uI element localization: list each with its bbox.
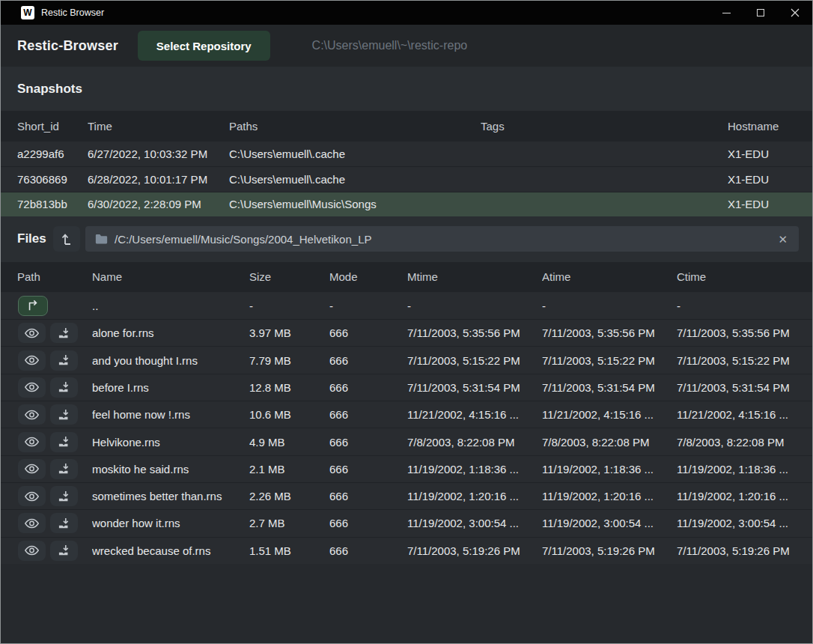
download-icon [58, 463, 70, 475]
close-button[interactable] [778, 1, 812, 25]
snapshot-hostname: X1-EDU [728, 198, 796, 210]
file-ctime: 11/19/2002, 3:00:54 ... [677, 517, 796, 529]
file-ctime: 7/8/2003, 8:22:08 PM [677, 436, 796, 449]
eye-icon [25, 491, 39, 502]
file-row: wonder how it.rns 2.7 MB 666 11/19/2002,… [1, 509, 812, 536]
file-size: 4.9 MB [249, 436, 329, 449]
app-title: Restic-Browser [17, 38, 118, 54]
column-time: Time [88, 120, 229, 133]
snapshot-time: 6/27/2022, 10:03:32 PM [88, 148, 229, 160]
snapshot-time: 6/28/2022, 10:01:17 PM [88, 173, 229, 186]
file-atime: 7/11/2003, 5:19:26 PM [542, 544, 677, 557]
file-mtime: 7/11/2003, 5:15:22 PM [407, 354, 542, 367]
minimize-button[interactable] [709, 1, 743, 25]
download-icon [58, 327, 70, 339]
preview-button[interactable] [18, 323, 46, 343]
eye-icon [25, 410, 39, 420]
download-button[interactable] [50, 377, 78, 398]
files-table-header: Path Name Size Mode Mtime Atime Ctime [1, 262, 812, 292]
snapshot-hostname: X1-EDU [728, 173, 796, 186]
preview-button[interactable] [18, 541, 46, 561]
current-path-bar[interactable]: /C:/Users/emuell/Music/Songs/2004_Helvet… [85, 226, 799, 252]
file-mode: 666 [329, 517, 407, 529]
file-ctime: 11/21/2002, 4:15:16 ... [677, 408, 796, 421]
eye-icon [25, 464, 39, 474]
download-button[interactable] [50, 541, 78, 561]
snapshot-row[interactable]: 76306869 6/28/2022, 10:01:17 PM C:\Users… [1, 166, 812, 191]
snapshot-row-selected[interactable]: 72b813bb 6/30/2022, 2:28:09 PM C:\Users\… [1, 192, 812, 216]
file-size: 3.97 MB [249, 326, 329, 339]
snapshot-hostname: X1-EDU [728, 148, 796, 160]
file-size: - [249, 300, 329, 312]
file-atime: 11/19/2002, 3:00:54 ... [542, 517, 677, 529]
file-size: 7.79 MB [249, 354, 329, 367]
file-row: wrecked because of.rns 1.51 MB 666 7/11/… [1, 537, 812, 564]
file-size: 12.8 MB [249, 381, 329, 394]
file-name: moskito he said.rns [92, 463, 249, 476]
maximize-button[interactable] [743, 1, 778, 25]
eye-icon [25, 355, 39, 365]
file-name: and you thought I.rns [92, 354, 249, 367]
column-ctime: Ctime [677, 270, 796, 283]
preview-button[interactable] [18, 432, 46, 452]
preview-button[interactable] [18, 350, 46, 371]
download-icon [58, 436, 70, 448]
go-parent-button[interactable] [18, 296, 48, 316]
snapshot-short-id: 76306869 [17, 173, 88, 186]
file-name: before I.rns [92, 381, 249, 394]
file-name: feel home now !.rns [92, 408, 249, 421]
preview-button[interactable] [18, 513, 46, 533]
download-button[interactable] [50, 486, 78, 506]
file-atime: 7/11/2003, 5:35:56 PM [542, 326, 677, 339]
file-mode: 666 [329, 408, 407, 421]
preview-button[interactable] [18, 404, 46, 425]
download-button[interactable] [50, 432, 78, 452]
eye-icon [25, 518, 39, 529]
column-mtime: Mtime [407, 270, 542, 283]
file-name: wonder how it.rns [92, 517, 249, 529]
titlebar[interactable]: W Restic Browser [1, 1, 812, 25]
download-icon [58, 544, 70, 556]
window-controls [709, 1, 812, 25]
column-hostname: Hostname [728, 120, 796, 133]
file-size: 10.6 MB [249, 408, 329, 421]
file-mode: 666 [329, 544, 407, 557]
select-repository-button[interactable]: Select Repository [138, 31, 270, 61]
file-mode: 666 [329, 381, 407, 394]
download-button[interactable] [50, 323, 78, 343]
preview-button[interactable] [18, 459, 46, 479]
snapshots-section-title-band: Snapshots [1, 67, 812, 111]
snapshots-table: a2299af6 6/27/2022, 10:03:32 PM C:\Users… [1, 142, 812, 216]
file-atime: 11/19/2002, 1:20:16 ... [542, 490, 677, 502]
file-name: wrecked because of.rns [92, 544, 249, 557]
repository-toolbar: Restic-Browser Select Repository C:\User… [1, 25, 812, 67]
column-path: Path [17, 270, 92, 283]
restic-browser-window: W Restic Browser Restic-Browser Select R… [0, 0, 813, 644]
file-mtime: 7/11/2003, 5:35:56 PM [407, 326, 542, 339]
file-mtime: 11/19/2002, 1:20:16 ... [407, 490, 542, 502]
download-button[interactable] [50, 513, 78, 533]
preview-button[interactable] [18, 377, 46, 398]
file-mode: 666 [329, 463, 407, 476]
download-button[interactable] [50, 350, 78, 371]
file-mtime: 11/19/2002, 3:00:54 ... [407, 517, 542, 529]
snapshot-row[interactable]: a2299af6 6/27/2022, 10:03:32 PM C:\Users… [1, 142, 812, 166]
file-size: 2.1 MB [249, 463, 329, 476]
download-button[interactable] [50, 404, 78, 425]
files-table: .. - - - - - alone for.rns 3.97 MB 666 7… [1, 292, 812, 564]
file-mtime: 7/8/2003, 8:22:08 PM [407, 436, 542, 449]
eye-icon [25, 545, 39, 556]
file-ctime: 7/11/2003, 5:15:22 PM [677, 354, 796, 367]
clear-path-button[interactable]: ✕ [776, 232, 789, 246]
download-button[interactable] [50, 459, 78, 479]
file-mode: 666 [329, 326, 407, 339]
file-row: before I.rns 12.8 MB 666 7/11/2003, 5:31… [1, 374, 812, 401]
snapshot-paths: C:\Users\emuell\.cache [229, 148, 481, 160]
file-mtime: 11/21/2002, 4:15:16 ... [407, 408, 542, 421]
window-title: Restic Browser [41, 7, 104, 18]
file-name: Helvikone.rns [92, 436, 249, 449]
level-up-button[interactable] [53, 226, 80, 252]
preview-button[interactable] [18, 486, 46, 506]
file-ctime: 7/11/2003, 5:31:54 PM [677, 381, 796, 394]
snapshot-short-id: 72b813bb [17, 198, 88, 210]
